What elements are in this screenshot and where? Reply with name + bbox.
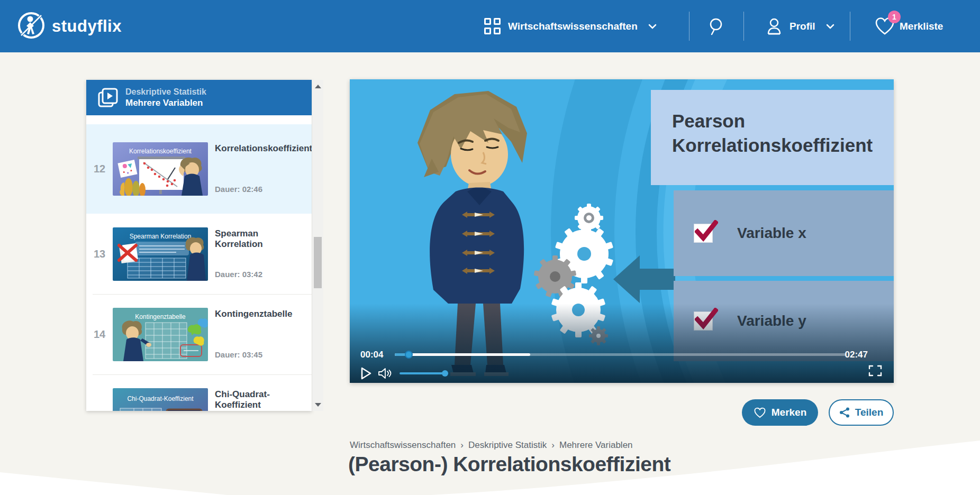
scrollbar-down-arrow[interactable] xyxy=(312,399,323,410)
top-navigation: studyflix Wirtschaftswissenschaften Prof… xyxy=(0,0,980,52)
category-grid-icon xyxy=(484,18,501,34)
playlist-item-number: 15 xyxy=(86,409,113,411)
nav-divider xyxy=(850,12,850,41)
video-thumbnail: Chi-Quadrat-Koeffizient xyxy=(113,388,208,411)
fullscreen-button[interactable] xyxy=(868,365,882,379)
merken-label: Merken xyxy=(772,407,807,418)
playlist-topic: Deskriptive Statistik xyxy=(125,87,206,97)
category-label: Wirtschaftswissenschaften xyxy=(508,21,638,32)
svg-text:Chi-Quadrat-Koeffizient: Chi-Quadrat-Koeffizient xyxy=(127,395,194,402)
teilen-button[interactable]: Teilen xyxy=(829,399,894,426)
category-dropdown[interactable]: Wirtschaftswissenschaften xyxy=(484,0,657,52)
playlist-item-15[interactable]: 15 Chi-Quadrat-Koeffizient xyxy=(86,374,312,411)
brand-name: studyflix xyxy=(52,17,122,36)
buffer-bar xyxy=(395,353,530,356)
playlist-item-12[interactable]: 12 Korrelationskoeffizient xyxy=(86,124,312,214)
video-thumbnail: Korrelationskoeffizient xyxy=(113,142,208,196)
studyflix-video-page: studyflix Wirtschaftswissenschaften Prof… xyxy=(0,0,980,495)
variable-x-box: Variable x xyxy=(674,190,894,276)
controls-gradient xyxy=(350,304,894,383)
scrollbar-up-arrow[interactable] xyxy=(312,81,323,91)
progress-bar[interactable] xyxy=(395,353,846,356)
nav-divider xyxy=(743,12,744,41)
svg-text:Korrelationskoeffizient: Korrelationskoeffizient xyxy=(129,148,192,155)
slide-title-line2: Korrelationskoeffizient xyxy=(672,133,873,158)
total-time: 02:47 xyxy=(845,350,868,360)
playlist-item-title: Kontingenztabelle xyxy=(215,309,308,319)
volume-button[interactable] xyxy=(378,368,392,381)
nav-divider xyxy=(689,12,689,41)
playlist-item-duration: Dauer: 02:46 xyxy=(215,185,308,194)
page-title: (Pearson-) Korrelationskoeffizient xyxy=(348,453,670,476)
breadcrumb-link-deskriptive-statistik[interactable]: Deskriptive Statistik xyxy=(468,440,547,451)
playlist-subtopic: Mehrere Variablen xyxy=(125,97,206,108)
video-thumbnail: Spearman Korrelation xyxy=(113,227,208,281)
share-icon xyxy=(839,407,850,418)
playlist-item-number: 14 xyxy=(86,328,113,341)
merken-button[interactable]: Merken xyxy=(742,399,818,426)
search-icon xyxy=(707,17,725,36)
checkbox-variable-x xyxy=(694,224,713,243)
svg-text:Spearman Korrelation: Spearman Korrelation xyxy=(130,233,192,240)
studyflix-logo-icon xyxy=(16,10,47,43)
playlist-item-14[interactable]: 14 Kontingenztabelle xyxy=(86,294,312,374)
search-button[interactable] xyxy=(707,0,725,52)
scrollbar-thumb[interactable] xyxy=(314,237,322,288)
teilen-label: Teilen xyxy=(855,407,884,418)
heart-icon xyxy=(754,407,766,418)
playlist-scrollbar[interactable] xyxy=(312,80,323,411)
merkliste-count-badge: 1 xyxy=(888,11,901,23)
play-button[interactable] xyxy=(360,366,372,382)
breadcrumb-separator: › xyxy=(551,440,555,451)
profile-label: Profil xyxy=(790,21,815,32)
playlist-item-duration: Dauer: 03:45 xyxy=(215,350,308,359)
merkliste-label: Merkliste xyxy=(900,21,943,32)
playlist-header[interactable]: Deskriptive Statistik Mehrere Variablen xyxy=(86,80,312,115)
studyflix-logo[interactable]: studyflix xyxy=(16,0,122,52)
playlist-item-duration: Dauer: 03:42 xyxy=(215,270,308,279)
video-thumbnail: Kontingenztabelle xyxy=(113,308,208,361)
video-player[interactable]: Pearson Korrelationskoeffizient Variable… xyxy=(350,79,894,383)
volume-fill xyxy=(400,372,445,374)
checkmark-icon xyxy=(695,220,718,242)
playlist-item-title: Korrelationskoeffizient xyxy=(215,143,308,154)
profile-menu[interactable]: Profil xyxy=(766,0,834,52)
fullscreen-icon xyxy=(868,365,882,377)
volume-icon xyxy=(378,368,392,379)
playlist-item-title: Chi-Quadrat-Koeffizient xyxy=(215,389,308,411)
chevron-down-icon xyxy=(648,24,657,29)
slide-title-line1: Pearson xyxy=(672,109,873,133)
slide-title-card: Pearson Korrelationskoeffizient xyxy=(651,90,894,185)
playlist-item-number: 13 xyxy=(86,248,113,260)
play-icon xyxy=(360,366,372,380)
profile-icon xyxy=(766,17,782,35)
playlist-icon xyxy=(98,88,118,108)
playlist-panel: Deskriptive Statistik Mehrere Variablen … xyxy=(86,80,312,411)
progress-scrubber[interactable] xyxy=(405,351,413,359)
playlist-item-number: 12 xyxy=(86,163,113,175)
breadcrumb-link-wirtschaftswissenschaften[interactable]: Wirtschaftswissenschaften xyxy=(350,440,456,451)
breadcrumb-link-mehrere-variablen[interactable]: Mehrere Variablen xyxy=(559,440,633,451)
breadcrumb-separator: › xyxy=(460,440,464,451)
playlist-item-13[interactable]: 13 Spearman Korrelation xyxy=(86,214,312,294)
gear-icon-small-top xyxy=(575,204,603,232)
breadcrumb: Wirtschaftswissenschaften › Deskriptive … xyxy=(350,440,633,451)
playlist-item-title: Spearman Korrelation xyxy=(215,228,308,250)
volume-slider[interactable] xyxy=(400,372,463,374)
chevron-down-icon xyxy=(826,24,834,29)
variable-x-label: Variable x xyxy=(737,225,806,242)
current-time: 00:04 xyxy=(360,350,383,360)
svg-text:Kontingenztabelle: Kontingenztabelle xyxy=(135,313,186,320)
playlist-list: 12 Korrelationskoeffizient xyxy=(86,115,312,411)
merkliste-button[interactable]: 1 Merkliste xyxy=(874,0,943,52)
